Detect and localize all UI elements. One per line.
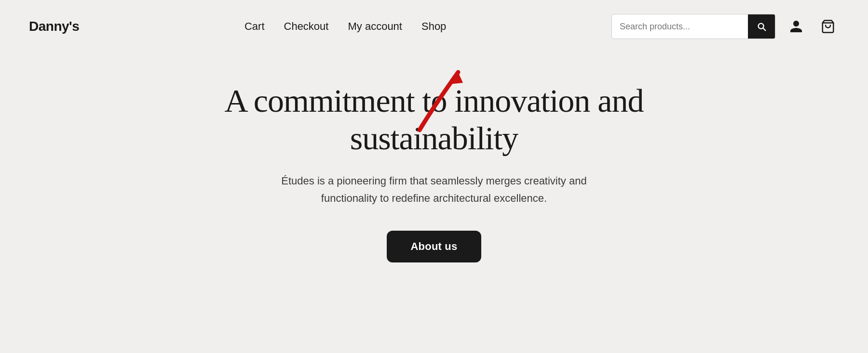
account-button[interactable] — [785, 15, 807, 38]
person-icon — [789, 19, 803, 34]
main-nav: Cart Checkout My account Shop — [244, 20, 446, 33]
hero-section: A commitment to innovation and sustainab… — [0, 53, 868, 262]
search-container — [611, 14, 775, 39]
logo[interactable]: Danny's — [29, 19, 79, 34]
about-us-button[interactable]: About us — [387, 231, 482, 262]
hero-subheadline: Études is a pioneering firm that seamles… — [270, 172, 598, 206]
header: Danny's Cart Checkout My account Shop — [0, 0, 868, 53]
hero-headline: A commitment to innovation and sustainab… — [217, 82, 651, 157]
nav-item-my-account[interactable]: My account — [348, 20, 402, 33]
search-icon — [756, 21, 767, 32]
cart-icon — [821, 19, 835, 34]
nav-item-checkout[interactable]: Checkout — [284, 20, 329, 33]
nav-item-shop[interactable]: Shop — [421, 20, 446, 33]
search-button[interactable] — [748, 14, 775, 39]
nav-item-cart[interactable]: Cart — [244, 20, 265, 33]
header-right — [611, 14, 839, 39]
cart-button[interactable] — [817, 15, 839, 38]
search-input[interactable] — [612, 14, 748, 39]
